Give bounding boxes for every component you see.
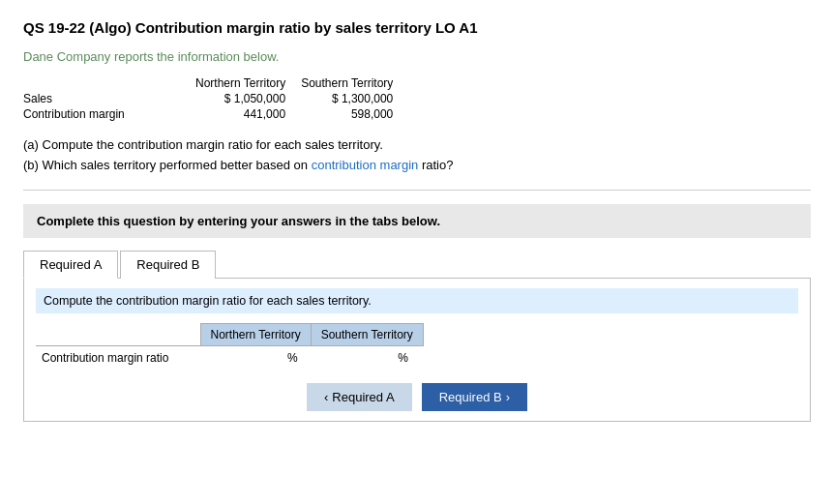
input-cell-2[interactable]: % bbox=[311, 345, 423, 370]
table-row: Sales $ 1,050,000 $ 1,300,000 bbox=[23, 91, 401, 106]
sales-val1: $ 1,050,000 bbox=[188, 91, 293, 106]
cm-val1: 441,000 bbox=[188, 106, 293, 122]
cm-ratio-label: Contribution margin ratio bbox=[36, 345, 200, 370]
answer-col1-header: Northern Territory bbox=[200, 323, 311, 345]
southern-territory-input[interactable] bbox=[316, 349, 394, 367]
data-table: Northern Territory Southern Territory Sa… bbox=[23, 75, 401, 122]
instructions: (a) Compute the contribution margin rati… bbox=[23, 135, 811, 176]
tab-content-required-a: Compute the contribution margin ratio fo… bbox=[23, 279, 811, 422]
col2-header: Southern Territory bbox=[293, 75, 401, 91]
pct-label-2: % bbox=[394, 349, 412, 367]
cm-val2: 598,000 bbox=[293, 106, 401, 122]
page-title: QS 19-22 (Algo) Contribution margin rati… bbox=[23, 19, 811, 36]
sales-val2: $ 1,300,000 bbox=[293, 91, 401, 106]
empty-header bbox=[36, 323, 200, 345]
tab-required-b[interactable]: Required B bbox=[120, 251, 216, 279]
input-cell-1[interactable]: % bbox=[200, 345, 311, 370]
complete-box: Complete this question by entering your … bbox=[23, 204, 811, 238]
divider bbox=[23, 190, 811, 191]
row-label-cm: Contribution margin bbox=[23, 106, 188, 122]
blue-margin: margin bbox=[380, 158, 419, 172]
prev-button-label: Required A bbox=[332, 390, 394, 404]
blue-contribution: contribution bbox=[312, 158, 376, 172]
instruction-a: (a) Compute the contribution margin rati… bbox=[23, 135, 811, 156]
next-arrow-icon: › bbox=[506, 390, 510, 404]
nav-buttons: ‹ Required A Required B › bbox=[36, 383, 798, 411]
intro-text: Dane Company reports the information bel… bbox=[23, 49, 811, 64]
tab-description: Compute the contribution margin ratio fo… bbox=[36, 288, 798, 313]
instruction-b: (b) Which sales territory performed bett… bbox=[23, 156, 811, 176]
tabs-row: Required A Required B bbox=[23, 250, 811, 279]
col1-header: Northern Territory bbox=[188, 75, 293, 91]
pct-label-1: % bbox=[283, 349, 302, 367]
northern-territory-input[interactable] bbox=[206, 349, 283, 367]
row-label-sales: Sales bbox=[23, 91, 188, 106]
tab-required-a[interactable]: Required A bbox=[23, 251, 118, 279]
table-row: Contribution margin 441,000 598,000 bbox=[23, 106, 401, 122]
prev-button[interactable]: ‹ Required A bbox=[307, 383, 412, 411]
next-button[interactable]: Required B › bbox=[422, 383, 527, 411]
next-button-label: Required B bbox=[439, 390, 502, 404]
answer-row: Contribution margin ratio % % bbox=[36, 345, 423, 370]
answer-table: Northern Territory Southern Territory Co… bbox=[36, 323, 424, 370]
prev-arrow-icon: ‹ bbox=[324, 390, 328, 404]
answer-col2-header: Southern Territory bbox=[311, 323, 423, 345]
